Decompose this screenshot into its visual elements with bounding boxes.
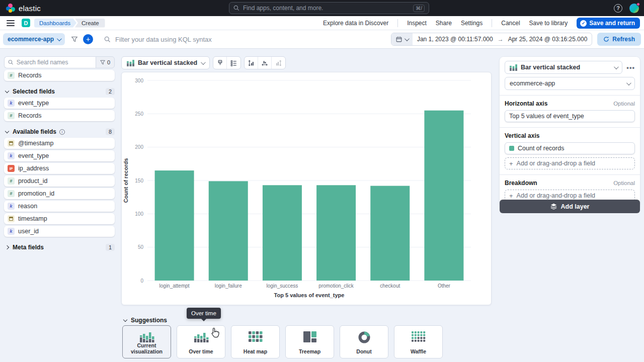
help-icon[interactable]: ? — [614, 4, 622, 13]
plus-icon: + — [509, 160, 513, 167]
field-filter-button[interactable]: 0 — [96, 56, 115, 68]
field-item-userid[interactable]: kuser_id — [4, 226, 115, 237]
field-item-eventtype[interactable]: kevent_type — [4, 98, 115, 109]
date-to[interactable]: Apr 25, 2024 @ 03:16:25.000 — [504, 36, 592, 43]
dimension-label: Horizontal axis — [505, 100, 547, 107]
accordion-available-fields[interactable]: Available fieldsi8 — [4, 128, 115, 135]
field-item-timestamp[interactable]: timestamp — [4, 213, 115, 224]
suggestion-label: Heat map — [244, 348, 267, 354]
suggestion-current-visualization[interactable]: Current visualization — [122, 325, 171, 358]
settings-button[interactable]: Settings — [461, 20, 482, 27]
axis-bottom-icon — [261, 60, 268, 66]
chevron-down-icon — [123, 317, 127, 321]
svg-text:200: 200 — [135, 144, 143, 150]
mouse-cursor-icon — [211, 327, 221, 338]
chart-type-button[interactable]: Bar vertical stacked — [121, 56, 210, 69]
field-item-Records[interactable]: #Records — [4, 110, 115, 121]
accordion-title: Available fields — [13, 128, 56, 135]
elastic-logo[interactable]: elastic — [0, 4, 41, 13]
field-search-input[interactable] — [17, 59, 92, 66]
search-icon — [233, 5, 239, 11]
bar-vertical-stacked-icon — [510, 64, 517, 71]
bottom-axis-button[interactable] — [258, 57, 272, 69]
number-field-icon: # — [8, 112, 15, 119]
global-header: elastic ⌘/ ? — [0, 0, 644, 16]
count-badge: 1 — [106, 244, 115, 251]
field-name: event_type — [18, 152, 49, 159]
field-name: @timestamp — [18, 140, 53, 147]
field-item-timestamp[interactable]: @timestamp — [4, 138, 115, 149]
field-name: promotion_id — [18, 190, 54, 197]
accordion-meta-fields[interactable]: Meta fields1 — [4, 244, 115, 251]
field-name: reason — [18, 203, 37, 210]
chart-workspace[interactable]: 050100150200250300login_attemptlogin_fai… — [121, 72, 492, 305]
dimension-value: Count of records — [518, 145, 564, 152]
axis-left-icon — [248, 60, 255, 66]
data-view-picker[interactable]: ecommerce-app — [3, 33, 65, 45]
filter-button[interactable] — [69, 34, 80, 45]
suggestion-donut[interactable]: Donut — [340, 325, 388, 358]
suggestion-waffle[interactable]: Waffle — [394, 325, 443, 358]
suggestion-treemap[interactable]: Treemap — [285, 325, 334, 358]
arrow-right-icon: → — [498, 36, 504, 43]
suggestion-label: Over time — [189, 348, 213, 354]
accordion-selected-fields[interactable]: Selected fields2 — [4, 88, 115, 95]
legend-list-icon — [230, 60, 237, 66]
layer-chart-type-select[interactable]: Bar vertical stacked — [505, 61, 622, 74]
svg-text:login_attempt: login_attempt — [159, 283, 190, 289]
user-avatar[interactable] — [629, 4, 639, 13]
field-search[interactable] — [4, 56, 96, 68]
svg-text:100: 100 — [135, 211, 143, 217]
number-field-icon: # — [8, 177, 15, 185]
field-item-reason[interactable]: kreason — [4, 201, 115, 212]
suggestion-heat-map[interactable]: Heat map — [231, 325, 280, 358]
global-search[interactable]: ⌘/ — [229, 2, 429, 14]
layer-data-view-select[interactable]: ecommerce-app — [505, 77, 635, 90]
add-layer-button[interactable]: Add layer — [500, 200, 640, 213]
add-filter-button[interactable]: + — [83, 34, 93, 44]
cancel-button[interactable]: Cancel — [501, 20, 520, 27]
left-axis-button[interactable] — [245, 57, 258, 69]
field-item-productid[interactable]: #product_id — [4, 175, 115, 187]
svg-text:0: 0 — [140, 278, 143, 284]
date-from[interactable]: Jan 1, 2023 @ 00:11:57.000 — [413, 36, 498, 43]
calendar-button[interactable] — [391, 33, 413, 45]
field-item-promotionid[interactable]: #promotion_id — [4, 188, 115, 199]
date-field-icon — [8, 140, 15, 147]
field-item-Records[interactable]: #Records — [4, 70, 115, 81]
dimension-section-breakdown: BreakdownOptional+Add or drag-and-drop a… — [505, 175, 635, 202]
kql-search[interactable] — [100, 30, 391, 49]
keyboard-shortcut-badge: ⌘/ — [413, 5, 425, 12]
right-axis-button[interactable] — [272, 57, 285, 69]
field-name: event_type — [18, 100, 49, 107]
layer-config-panel: Bar vertical stacked ••• ecommerce-app H… — [500, 57, 640, 208]
refresh-button[interactable]: Refresh — [597, 33, 641, 46]
breadcrumb-dashboards[interactable]: Dashboards — [34, 19, 76, 28]
app-chip[interactable]: D — [22, 19, 30, 27]
chevron-down-icon — [626, 80, 631, 85]
suggestions-accordion[interactable]: Suggestions — [122, 317, 167, 324]
field-item-eventtype[interactable]: kevent_type — [4, 150, 115, 161]
field-item-ipaddress[interactable]: IPip_address — [4, 163, 115, 174]
keyword-field-icon: k — [8, 228, 15, 235]
number-field-icon: # — [8, 190, 15, 197]
menu-icon[interactable] — [7, 20, 15, 26]
legend-button[interactable] — [227, 57, 240, 69]
chevron-down-icon — [201, 60, 206, 65]
info-icon[interactable]: i — [59, 129, 65, 135]
dimension-trigger[interactable]: Count of records — [505, 142, 635, 154]
funnel-icon — [71, 36, 77, 42]
kql-input[interactable] — [115, 36, 387, 43]
global-search-input[interactable] — [243, 5, 410, 12]
dimension-trigger[interactable]: Top 5 values of event_type — [505, 110, 635, 122]
explore-discover-button[interactable]: Explore data in Discover — [323, 20, 388, 27]
add-field-drop-target[interactable]: +Add or drag-and-drop a field — [505, 157, 635, 169]
save-and-return-button[interactable]: ✓ Save and return — [577, 18, 640, 29]
share-button[interactable]: Share — [436, 20, 452, 27]
inspect-button[interactable]: Inspect — [407, 20, 427, 27]
visual-options-button[interactable] — [213, 57, 227, 69]
notification-dot — [636, 3, 640, 6]
svg-text:300: 300 — [135, 78, 143, 83]
save-to-library-button[interactable]: Save to library — [529, 20, 568, 27]
layer-options-icon[interactable]: ••• — [626, 64, 635, 71]
